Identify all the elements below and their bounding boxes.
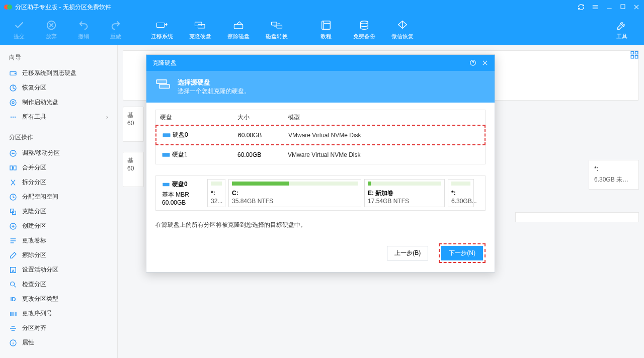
help-icon[interactable] bbox=[469, 59, 476, 66]
resize-icon bbox=[9, 149, 17, 157]
svg-rect-18 bbox=[10, 166, 13, 170]
disk-info: 硬盘0 基本 MBR 60.00GB bbox=[159, 179, 204, 207]
disk-card-1[interactable]: 基 60 bbox=[123, 107, 144, 142]
partition-3[interactable]: *:6.30GB... bbox=[448, 179, 474, 207]
svg-rect-2 bbox=[621, 5, 625, 9]
menu-icon[interactable] bbox=[592, 4, 599, 11]
disk-icon bbox=[160, 132, 173, 139]
sidebar-type[interactable]: ID更改分区类型 bbox=[0, 292, 117, 306]
disk-row-0[interactable]: 硬盘0 60.00GB VMware Virtual NVMe Disk bbox=[155, 125, 486, 145]
view-mode-icon[interactable] bbox=[630, 50, 639, 59]
partition-2[interactable]: E: 新加卷17.54GB NTFS bbox=[364, 179, 445, 207]
sidebar-alltools[interactable]: ⋯所有工具› bbox=[0, 110, 117, 124]
sidebar-recover[interactable]: 恢复分区 bbox=[0, 80, 117, 95]
sidebar-active[interactable]: 设置活动分区 bbox=[0, 262, 117, 277]
ssd-icon bbox=[9, 69, 17, 77]
sidebar-merge[interactable]: 合并分区 bbox=[0, 160, 117, 175]
banner-title: 选择源硬盘 bbox=[178, 78, 250, 87]
backup-button[interactable]: 免费备份 bbox=[346, 15, 382, 44]
sidebar-create[interactable]: 创建分区 bbox=[0, 219, 117, 233]
wipe-button[interactable]: 擦除磁盘 bbox=[220, 15, 257, 44]
discard-button[interactable]: 放弃 bbox=[36, 15, 66, 44]
sidebar-props[interactable]: 属性 bbox=[0, 335, 117, 350]
svg-rect-29 bbox=[631, 56, 633, 58]
sidebar: 向导 迁移系统到固态硬盘 恢复分区 制作启动光盘 ⋯所有工具› 分区操作 调整/… bbox=[0, 45, 118, 358]
redo-button[interactable]: 重做 bbox=[101, 15, 131, 44]
main-toolbar: 提交 放弃 撤销 重做 迁移系统 克隆硬盘 擦除磁盘 磁盘转换 教程 免费备份 … bbox=[0, 14, 644, 45]
minimize-icon[interactable] bbox=[606, 4, 613, 11]
pie-icon bbox=[9, 84, 17, 92]
merge-icon bbox=[9, 164, 17, 172]
close-icon[interactable] bbox=[633, 4, 640, 11]
sidebar-serial[interactable]: 更改序列号 bbox=[0, 306, 117, 321]
svg-rect-7 bbox=[234, 24, 243, 29]
clone-icon bbox=[9, 208, 17, 216]
svg-rect-5 bbox=[195, 22, 202, 26]
svg-point-25 bbox=[11, 282, 15, 286]
maximize-icon[interactable] bbox=[620, 4, 626, 11]
clone-disk-dialog: 克隆硬盘 选择源硬盘 选择一个您想克隆的硬盘。 硬盘 大小 模型 硬盘0 60.… bbox=[146, 54, 495, 273]
svg-rect-36 bbox=[163, 183, 169, 186]
next-button[interactable]: 下一步(N) bbox=[441, 246, 483, 260]
allocate-icon bbox=[9, 193, 17, 201]
refresh-icon[interactable] bbox=[578, 4, 585, 11]
dialog-banner: 选择源硬盘 选择一个您想克隆的硬盘。 bbox=[146, 71, 495, 103]
svg-rect-35 bbox=[163, 153, 170, 157]
svg-rect-6 bbox=[198, 24, 205, 28]
svg-point-11 bbox=[361, 21, 368, 24]
ops-header: 分区操作 bbox=[0, 129, 117, 146]
dialog-title: 克隆硬盘 bbox=[152, 59, 177, 67]
label-icon bbox=[9, 237, 17, 245]
barcode-icon bbox=[9, 310, 17, 318]
sidebar-bootdisc[interactable]: 制作启动光盘 bbox=[0, 95, 117, 110]
sidebar-label[interactable]: 更改卷标 bbox=[0, 233, 117, 248]
partition-0[interactable]: *:32... bbox=[207, 179, 225, 207]
commit-button[interactable]: 提交 bbox=[4, 15, 34, 44]
eraser-icon bbox=[9, 251, 17, 259]
tools-button[interactable]: 工具 bbox=[604, 15, 640, 44]
svg-point-15 bbox=[10, 100, 16, 106]
svg-point-1 bbox=[7, 5, 12, 10]
sidebar-migrate-ssd[interactable]: 迁移系统到固态硬盘 bbox=[0, 66, 117, 80]
tutorial-button[interactable]: 教程 bbox=[308, 15, 344, 44]
dialog-titlebar: 克隆硬盘 bbox=[146, 55, 495, 71]
disc-icon bbox=[9, 99, 17, 107]
wizard-header: 向导 bbox=[0, 49, 117, 66]
svg-rect-4 bbox=[157, 23, 165, 27]
svg-point-16 bbox=[12, 102, 14, 104]
partition-1[interactable]: C:35.84GB NTFS bbox=[228, 179, 361, 207]
sidebar-allocate[interactable]: 分配空闲空间 bbox=[0, 190, 117, 204]
disk-stack-icon bbox=[155, 78, 171, 91]
svg-rect-9 bbox=[277, 25, 282, 28]
svg-rect-34 bbox=[163, 133, 171, 137]
table-header: 硬盘 大小 模型 bbox=[155, 110, 486, 125]
dialog-close-icon[interactable] bbox=[481, 59, 489, 66]
undo-button[interactable]: 撤销 bbox=[68, 15, 99, 44]
align-icon bbox=[9, 324, 17, 332]
sidebar-split[interactable]: 拆分分区 bbox=[0, 175, 117, 190]
prev-button[interactable]: 上一步(B) bbox=[387, 246, 428, 260]
thin-bar bbox=[515, 212, 639, 222]
app-logo-icon bbox=[4, 3, 12, 11]
svg-rect-30 bbox=[635, 56, 638, 58]
chevron-right-icon: › bbox=[106, 114, 108, 121]
svg-rect-27 bbox=[631, 51, 633, 54]
more-icon: ⋯ bbox=[9, 113, 17, 121]
sidebar-align[interactable]: 分区对齐 bbox=[0, 321, 117, 335]
sidebar-wipe-part[interactable]: 擦除分区 bbox=[0, 248, 117, 262]
disk-card-2[interactable]: 基 60 bbox=[123, 152, 144, 187]
sidebar-check[interactable]: 检查分区 bbox=[0, 277, 117, 292]
sidebar-clone-part[interactable]: 克隆分区 bbox=[0, 204, 117, 219]
window-title: 分区助手专业版 - 无损分区免费软件 bbox=[15, 3, 111, 12]
dialog-note: 在源硬盘上的所有分区将被克隆到您选择的目标硬盘中。 bbox=[155, 221, 486, 229]
wechat-button[interactable]: 微信恢复 bbox=[384, 15, 421, 44]
convert-button[interactable]: 磁盘转换 bbox=[259, 15, 295, 44]
create-icon bbox=[9, 222, 17, 230]
flag-icon bbox=[9, 266, 17, 274]
disk-row-1[interactable]: 硬盘1 60.00GB VMware Virtual NVMe Disk bbox=[155, 145, 486, 164]
unallocated-panel: *: 6.30GB 未分配... bbox=[589, 160, 639, 190]
migrate-button[interactable]: 迁移系统 bbox=[144, 15, 180, 44]
sidebar-resize[interactable]: 调整/移动分区 bbox=[0, 146, 117, 160]
clone-button[interactable]: 克隆硬盘 bbox=[182, 15, 218, 44]
svg-rect-28 bbox=[635, 51, 638, 54]
